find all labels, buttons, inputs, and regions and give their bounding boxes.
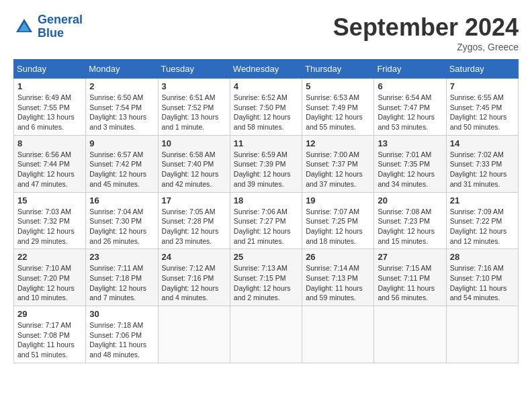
day-number: 18 bbox=[234, 195, 298, 205]
day-detail: Sunrise: 7:02 AMSunset: 7:33 PMDaylight:… bbox=[450, 150, 515, 189]
day-detail: Sunrise: 7:03 AMSunset: 7:32 PMDaylight:… bbox=[17, 207, 82, 246]
calendar-cell: 23Sunrise: 7:11 AMSunset: 7:18 PMDayligh… bbox=[86, 249, 158, 306]
location: Zygos, Greece bbox=[333, 42, 519, 52]
day-detail: Sunrise: 7:06 AMSunset: 7:27 PMDaylight:… bbox=[234, 207, 298, 246]
day-detail: Sunrise: 7:17 AMSunset: 7:08 PMDaylight:… bbox=[17, 320, 82, 360]
day-number: 24 bbox=[162, 252, 226, 262]
day-detail: Sunrise: 7:05 AMSunset: 7:28 PMDaylight:… bbox=[162, 207, 226, 246]
day-detail: Sunrise: 7:16 AMSunset: 7:10 PMDaylight:… bbox=[450, 263, 515, 303]
weekday-header-sunday: Sunday bbox=[14, 60, 86, 79]
day-detail: Sunrise: 6:57 AMSunset: 7:42 PMDaylight:… bbox=[89, 150, 154, 189]
calendar-cell: 9Sunrise: 6:57 AMSunset: 7:42 PMDaylight… bbox=[86, 135, 158, 192]
day-number: 7 bbox=[450, 81, 515, 91]
calendar-cell: 7Sunrise: 6:55 AMSunset: 7:45 PMDaylight… bbox=[446, 79, 518, 136]
day-detail: Sunrise: 7:04 AMSunset: 7:30 PMDaylight:… bbox=[89, 207, 154, 246]
calendar-cell: 24Sunrise: 7:12 AMSunset: 7:16 PMDayligh… bbox=[158, 249, 230, 306]
day-number: 11 bbox=[234, 138, 298, 148]
day-detail: Sunrise: 6:50 AMSunset: 7:54 PMDaylight:… bbox=[89, 93, 154, 132]
day-number: 29 bbox=[17, 309, 82, 319]
calendar-cell bbox=[374, 306, 446, 363]
title-block: September 2024 Zygos, Greece bbox=[333, 13, 519, 52]
day-number: 28 bbox=[450, 252, 515, 262]
logo-line1: General bbox=[38, 13, 83, 26]
calendar-cell: 15Sunrise: 7:03 AMSunset: 7:32 PMDayligh… bbox=[14, 192, 86, 249]
calendar-week-3: 15Sunrise: 7:03 AMSunset: 7:32 PMDayligh… bbox=[14, 192, 519, 249]
calendar-cell: 26Sunrise: 7:14 AMSunset: 7:13 PMDayligh… bbox=[302, 249, 374, 306]
calendar-cell: 11Sunrise: 6:59 AMSunset: 7:39 PMDayligh… bbox=[230, 135, 302, 192]
calendar-cell bbox=[302, 306, 374, 363]
calendar-cell: 5Sunrise: 6:53 AMSunset: 7:49 PMDaylight… bbox=[302, 79, 374, 136]
day-detail: Sunrise: 7:10 AMSunset: 7:20 PMDaylight:… bbox=[17, 263, 82, 303]
logo-icon bbox=[13, 16, 35, 38]
weekday-header-monday: Monday bbox=[86, 60, 158, 79]
day-number: 17 bbox=[162, 195, 226, 205]
calendar-cell: 19Sunrise: 7:07 AMSunset: 7:25 PMDayligh… bbox=[302, 192, 374, 249]
calendar-cell: 14Sunrise: 7:02 AMSunset: 7:33 PMDayligh… bbox=[446, 135, 518, 192]
calendar-cell: 1Sunrise: 6:49 AMSunset: 7:55 PMDaylight… bbox=[14, 79, 86, 136]
day-number: 9 bbox=[89, 138, 154, 148]
day-detail: Sunrise: 6:51 AMSunset: 7:52 PMDaylight:… bbox=[162, 93, 226, 132]
weekday-header-wednesday: Wednesday bbox=[230, 60, 302, 79]
day-number: 30 bbox=[89, 309, 154, 319]
calendar-cell bbox=[446, 306, 518, 363]
day-number: 25 bbox=[234, 252, 298, 262]
calendar-cell: 16Sunrise: 7:04 AMSunset: 7:30 PMDayligh… bbox=[86, 192, 158, 249]
day-detail: Sunrise: 6:49 AMSunset: 7:55 PMDaylight:… bbox=[17, 93, 82, 132]
calendar-cell: 27Sunrise: 7:15 AMSunset: 7:11 PMDayligh… bbox=[374, 249, 446, 306]
calendar-cell bbox=[158, 306, 230, 363]
day-detail: Sunrise: 7:08 AMSunset: 7:23 PMDaylight:… bbox=[378, 207, 442, 246]
day-number: 4 bbox=[234, 81, 298, 91]
day-detail: Sunrise: 7:00 AMSunset: 7:37 PMDaylight:… bbox=[306, 150, 370, 189]
calendar-cell: 30Sunrise: 7:18 AMSunset: 7:06 PMDayligh… bbox=[86, 306, 158, 363]
day-detail: Sunrise: 7:01 AMSunset: 7:35 PMDaylight:… bbox=[378, 150, 442, 189]
day-number: 23 bbox=[89, 252, 154, 262]
weekday-header-thursday: Thursday bbox=[302, 60, 374, 79]
day-detail: Sunrise: 7:15 AMSunset: 7:11 PMDaylight:… bbox=[378, 263, 442, 303]
weekday-header-tuesday: Tuesday bbox=[158, 60, 230, 79]
day-detail: Sunrise: 6:56 AMSunset: 7:44 PMDaylight:… bbox=[17, 150, 82, 189]
day-number: 22 bbox=[17, 252, 82, 262]
calendar-cell: 28Sunrise: 7:16 AMSunset: 7:10 PMDayligh… bbox=[446, 249, 518, 306]
calendar-week-4: 22Sunrise: 7:10 AMSunset: 7:20 PMDayligh… bbox=[14, 249, 519, 306]
weekday-header-friday: Friday bbox=[374, 60, 446, 79]
calendar-cell: 29Sunrise: 7:17 AMSunset: 7:08 PMDayligh… bbox=[14, 306, 86, 363]
calendar-cell: 2Sunrise: 6:50 AMSunset: 7:54 PMDaylight… bbox=[86, 79, 158, 136]
day-detail: Sunrise: 7:09 AMSunset: 7:22 PMDaylight:… bbox=[450, 207, 515, 246]
month-title: September 2024 bbox=[333, 13, 519, 42]
calendar-cell: 13Sunrise: 7:01 AMSunset: 7:35 PMDayligh… bbox=[374, 135, 446, 192]
day-number: 15 bbox=[17, 195, 82, 205]
calendar-table: SundayMondayTuesdayWednesdayThursdayFrid… bbox=[13, 59, 519, 363]
day-detail: Sunrise: 7:13 AMSunset: 7:15 PMDaylight:… bbox=[234, 263, 298, 303]
day-number: 1 bbox=[17, 81, 82, 91]
calendar-cell: 3Sunrise: 6:51 AMSunset: 7:52 PMDaylight… bbox=[158, 79, 230, 136]
day-detail: Sunrise: 6:54 AMSunset: 7:47 PMDaylight:… bbox=[378, 93, 442, 132]
calendar-cell: 10Sunrise: 6:58 AMSunset: 7:40 PMDayligh… bbox=[158, 135, 230, 192]
day-number: 10 bbox=[162, 138, 226, 148]
calendar-cell bbox=[230, 306, 302, 363]
day-detail: Sunrise: 7:14 AMSunset: 7:13 PMDaylight:… bbox=[306, 263, 370, 303]
day-detail: Sunrise: 7:11 AMSunset: 7:18 PMDaylight:… bbox=[89, 263, 154, 303]
day-number: 8 bbox=[17, 138, 82, 148]
calendar-header: SundayMondayTuesdayWednesdayThursdayFrid… bbox=[14, 60, 519, 79]
calendar-cell: 17Sunrise: 7:05 AMSunset: 7:28 PMDayligh… bbox=[158, 192, 230, 249]
day-detail: Sunrise: 7:07 AMSunset: 7:25 PMDaylight:… bbox=[306, 207, 370, 246]
calendar-cell: 25Sunrise: 7:13 AMSunset: 7:15 PMDayligh… bbox=[230, 249, 302, 306]
calendar-cell: 20Sunrise: 7:08 AMSunset: 7:23 PMDayligh… bbox=[374, 192, 446, 249]
calendar-cell: 18Sunrise: 7:06 AMSunset: 7:27 PMDayligh… bbox=[230, 192, 302, 249]
calendar-cell: 8Sunrise: 6:56 AMSunset: 7:44 PMDaylight… bbox=[14, 135, 86, 192]
logo-line2: Blue bbox=[38, 27, 83, 40]
day-detail: Sunrise: 6:53 AMSunset: 7:49 PMDaylight:… bbox=[306, 93, 370, 132]
day-number: 20 bbox=[378, 195, 442, 205]
day-number: 16 bbox=[89, 195, 154, 205]
day-number: 13 bbox=[378, 138, 442, 148]
weekday-row: SundayMondayTuesdayWednesdayThursdayFrid… bbox=[14, 60, 519, 79]
calendar-cell: 22Sunrise: 7:10 AMSunset: 7:20 PMDayligh… bbox=[14, 249, 86, 306]
weekday-header-saturday: Saturday bbox=[446, 60, 518, 79]
day-number: 21 bbox=[450, 195, 515, 205]
day-number: 3 bbox=[162, 81, 226, 91]
day-number: 6 bbox=[378, 81, 442, 91]
calendar-body: 1Sunrise: 6:49 AMSunset: 7:55 PMDaylight… bbox=[14, 79, 519, 363]
day-number: 27 bbox=[378, 252, 442, 262]
day-detail: Sunrise: 7:18 AMSunset: 7:06 PMDaylight:… bbox=[89, 320, 154, 360]
calendar-week-1: 1Sunrise: 6:49 AMSunset: 7:55 PMDaylight… bbox=[14, 79, 519, 136]
